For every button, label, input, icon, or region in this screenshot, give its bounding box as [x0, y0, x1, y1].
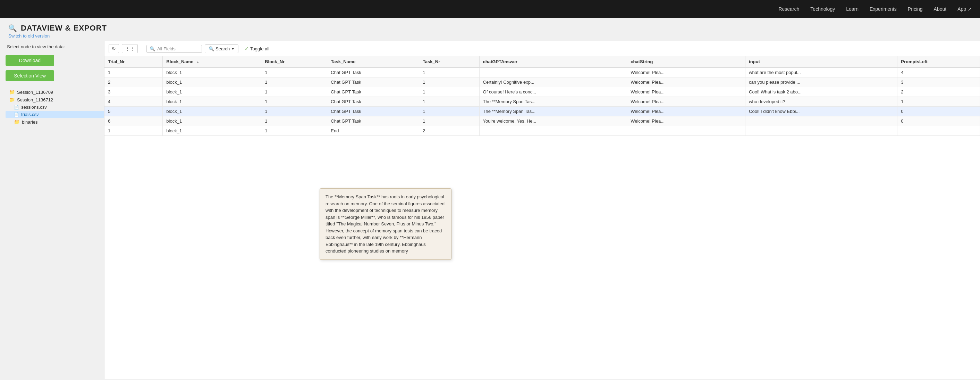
cell-prompts_left: 0 [897, 107, 980, 117]
cell-input: can you please provide ... [745, 77, 897, 87]
cell-task_nr: 2 [419, 126, 479, 136]
cell-chat_string: Welcome! Plea... [627, 77, 745, 87]
tree-item-session1[interactable]: 📁 Session_1136709 [6, 88, 104, 96]
cell-chatgpt_answer [479, 126, 627, 136]
cell-chatgpt_answer [479, 67, 627, 77]
cell-prompts_left: 1 [897, 97, 980, 107]
col-trial-nr: Trial_Nr [105, 56, 163, 67]
cell-input: Cool! I didn't know Ebbi... [745, 107, 897, 117]
tree-item-session2[interactable]: 📁 Session_1136712 [6, 96, 104, 104]
cell-chatgpt_answer: Of course! Here's a conc... [479, 87, 627, 97]
search-icon: 🔍 [208, 46, 214, 51]
cell-input [745, 126, 897, 136]
cell-block_name: block_1 [163, 97, 261, 107]
nav-research[interactable]: Research [778, 6, 799, 12]
cell-block_nr: 1 [261, 77, 327, 87]
cell-task_name: End [327, 126, 419, 136]
cell-chat_string: Welcome! Plea... [627, 97, 745, 107]
cell-chatgpt_answer: The **Memory Span Tas... [479, 97, 627, 107]
page-header: 🔍 DATAVIEW & EXPORT Switch to old versio… [0, 18, 980, 42]
switch-version-link[interactable]: Switch to old version [8, 34, 107, 38]
cell-prompts_left: 0 [897, 117, 980, 126]
cell-chat_string: Welcome! Plea... [627, 117, 745, 126]
search-label: Search [215, 46, 230, 51]
cell-task_name: Chat GPT Task [327, 107, 419, 117]
refresh-button[interactable]: ↻ [109, 44, 119, 53]
right-content: ↻ ⋮⋮ 🔍 🔍 Search ▼ ✓ Toggle all [104, 42, 980, 379]
cell-trial_nr: 5 [105, 107, 163, 117]
cell-block_nr: 1 [261, 117, 327, 126]
toggle-all-button[interactable]: ✓ Toggle all [241, 45, 273, 53]
cell-block_name: block_1 [163, 126, 261, 136]
toolbar-divider [142, 45, 142, 53]
sidebar-label: Select node to view the data: [6, 44, 104, 49]
col-input: input [745, 56, 897, 67]
cell-task_nr: 1 [419, 87, 479, 97]
folder-icon: 📁 [9, 89, 15, 95]
tree-item-trials-csv[interactable]: 📄 trials.csv [6, 111, 104, 118]
nav-technology[interactable]: Technology [810, 6, 835, 12]
col-block-nr: Block_Nr [261, 56, 327, 67]
nav-app[interactable]: App ↗ [958, 6, 972, 12]
col-chat-string: chatString [627, 56, 745, 67]
nav-pricing[interactable]: Pricing [908, 6, 923, 12]
cell-prompts_left: 4 [897, 67, 980, 77]
search-dropdown-icon: ▼ [231, 47, 235, 51]
cell-input: Cool! What is task 2 abo... [745, 87, 897, 97]
selection-view-button[interactable]: Selection View [6, 70, 54, 81]
folder-icon-2: 📁 [9, 97, 15, 102]
search-box[interactable]: 🔍 [146, 45, 202, 53]
cell-block_nr: 1 [261, 87, 327, 97]
columns-button[interactable]: ⋮⋮ [122, 44, 138, 53]
cell-block_name: block_1 [163, 117, 261, 126]
table-container[interactable]: Trial_Nr Block_Name ▲ Block_Nr Task_Name [105, 56, 980, 136]
cell-chat_string: Welcome! Plea... [627, 107, 745, 117]
sort-icon-block-name: ▲ [196, 60, 200, 64]
cell-task_nr: 1 [419, 67, 479, 77]
file-icon-sessions: 📄 [14, 105, 19, 110]
top-nav: Research Technology Learn Experiments Pr… [0, 0, 980, 18]
toggle-all-label: Toggle all [250, 46, 269, 51]
search-input[interactable] [157, 46, 199, 51]
tree-item-binaries[interactable]: 📁 binaries [6, 118, 104, 126]
cell-task_nr: 1 [419, 117, 479, 126]
tree-label-session1: Session_1136709 [17, 89, 53, 95]
toolbar: ↻ ⋮⋮ 🔍 🔍 Search ▼ ✓ Toggle all [105, 42, 980, 56]
cell-trial_nr: 1 [105, 126, 163, 136]
cell-task_name: Chat GPT Task [327, 87, 419, 97]
cell-block_nr: 1 [261, 126, 327, 136]
data-table: Trial_Nr Block_Name ▲ Block_Nr Task_Name [105, 56, 980, 136]
table-wrapper: Trial_Nr Block_Name ▲ Block_Nr Task_Name [105, 56, 980, 136]
cell-block_name: block_1 [163, 77, 261, 87]
tree-label-session2: Session_1136712 [17, 97, 53, 102]
nav-experiments[interactable]: Experiments [870, 6, 897, 12]
tree-label-sessions-csv: sessions.csv [21, 105, 47, 110]
columns-icon: ⋮⋮ [125, 46, 135, 51]
cell-chat_string: Welcome! Plea... [627, 67, 745, 77]
tree-item-sessions-csv[interactable]: 📄 sessions.csv [6, 104, 104, 111]
cell-trial_nr: 2 [105, 77, 163, 87]
col-prompts-left: PromptsLeft [897, 56, 980, 67]
search-field-icon: 🔍 [150, 46, 155, 51]
table-row: 3block_11Chat GPT Task1Of course! Here's… [105, 87, 980, 97]
left-sidebar: Select node to view the data: Download S… [0, 42, 104, 379]
search-button[interactable]: 🔍 Search ▼ [205, 45, 239, 53]
cell-prompts_left [897, 126, 980, 136]
download-button[interactable]: Download [6, 55, 54, 66]
cell-block_nr: 1 [261, 107, 327, 117]
nav-learn[interactable]: Learn [846, 6, 859, 12]
table-header-row: Trial_Nr Block_Name ▲ Block_Nr Task_Name [105, 56, 980, 67]
cell-task_name: Chat GPT Task [327, 97, 419, 107]
table-row: 6block_11Chat GPT Task1You're welcome. Y… [105, 117, 980, 126]
cell-trial_nr: 3 [105, 87, 163, 97]
nav-about[interactable]: About [934, 6, 947, 12]
cell-chatgpt_answer: The **Memory Span Tas... [479, 107, 627, 117]
table-body: 1block_11Chat GPT Task1Welcome! Plea...w… [105, 67, 980, 136]
folder-icon-binaries: 📁 [14, 119, 20, 125]
col-task-name: Task_Name [327, 56, 419, 67]
file-icon-trials: 📄 [14, 112, 19, 117]
cell-block_nr: 1 [261, 97, 327, 107]
cell-block_name: block_1 [163, 87, 261, 97]
cell-input: what are the most popul... [745, 67, 897, 77]
col-task-nr: Task_Nr [419, 56, 479, 67]
